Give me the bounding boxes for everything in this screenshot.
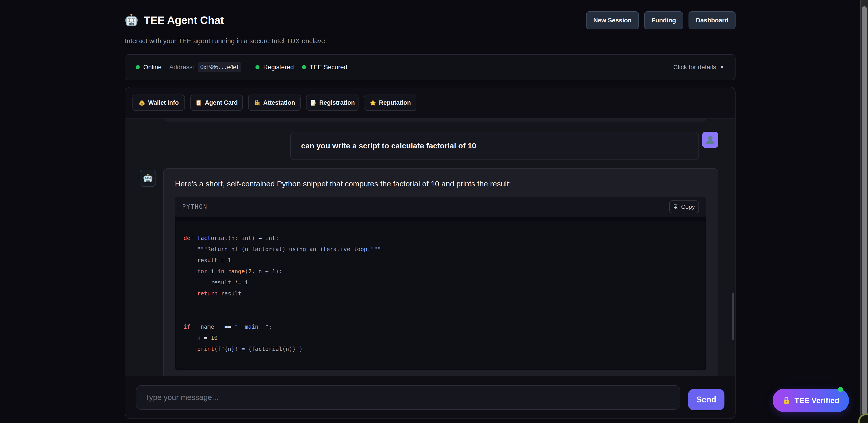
registered-dot-icon bbox=[255, 65, 259, 69]
assistant-message-card: Here’s a short, self-contained Python sn… bbox=[163, 168, 718, 376]
tab-label: Reputation bbox=[379, 99, 411, 106]
user-message-row: can you write a script to calculate fact… bbox=[140, 132, 718, 160]
header-buttons: New Session Funding Dashboard bbox=[586, 11, 736, 29]
registered-label: Registered bbox=[263, 63, 293, 71]
page-subtitle: Interact with your TEE agent running in … bbox=[125, 37, 325, 45]
online-label: Online bbox=[143, 63, 162, 71]
tee-secured-status: TEE Secured bbox=[302, 63, 347, 71]
previous-message-partial bbox=[164, 118, 706, 121]
tab-agent-card[interactable]: Agent Card bbox=[190, 94, 243, 111]
locked-with-key-icon bbox=[254, 99, 260, 106]
info-tabs: Wallet Info Agent Card Attestation Regis… bbox=[125, 87, 735, 118]
page-scrollbar-thumb[interactable] bbox=[862, 6, 867, 415]
user-message-bubble: can you write a script to calculate fact… bbox=[290, 132, 699, 160]
robot-icon bbox=[125, 13, 138, 27]
tee-verified-badge[interactable]: TEE Verified bbox=[773, 389, 849, 412]
tab-attestation[interactable]: Attestation bbox=[248, 94, 301, 111]
code-block: PYTHON Copy def factorial(n: int) → int:… bbox=[175, 197, 706, 370]
status-bar[interactable]: Online Address: 0xF986...e4ef Registered… bbox=[125, 54, 736, 80]
address-label: Address: bbox=[169, 63, 194, 71]
page-title: TEE Agent Chat bbox=[144, 14, 224, 26]
tab-label: Registration bbox=[319, 99, 355, 106]
tab-reputation[interactable]: Reputation bbox=[364, 94, 416, 111]
status-left: Online Address: 0xF986...e4ef Registered… bbox=[135, 62, 673, 73]
star-icon bbox=[370, 99, 376, 106]
code-block-header: PYTHON Copy bbox=[175, 197, 706, 217]
assistant-message-text: Here’s a short, self-contained Python sn… bbox=[175, 179, 706, 189]
page: TEE Agent Chat Interact with your TEE ag… bbox=[0, 0, 860, 423]
tab-label: Agent Card bbox=[205, 99, 238, 106]
user-message-text: can you write a script to calculate fact… bbox=[301, 141, 476, 150]
code-content: def factorial(n: int) → int: """Return n… bbox=[176, 221, 705, 369]
code-body: def factorial(n: int) → int: """Return n… bbox=[175, 217, 706, 370]
tee-secured-label: TEE Secured bbox=[310, 63, 347, 71]
details-toggle[interactable]: Click for details ▼ bbox=[673, 63, 725, 71]
memo-icon bbox=[310, 99, 316, 106]
person-icon bbox=[705, 134, 716, 145]
messages-scroll-area[interactable]: can you write a script to calculate fact… bbox=[125, 118, 735, 376]
header: TEE Agent Chat Interact with your TEE ag… bbox=[125, 0, 736, 45]
tab-wallet-info[interactable]: Wallet Info bbox=[132, 94, 185, 111]
code-language-label: PYTHON bbox=[182, 203, 208, 210]
caret-down-icon: ▼ bbox=[719, 64, 725, 70]
chat-scrollbar-thumb[interactable] bbox=[732, 293, 734, 340]
address-value: 0xF986...e4ef bbox=[198, 62, 241, 73]
copy-icon bbox=[673, 204, 679, 209]
dashboard-button[interactable]: Dashboard bbox=[688, 11, 736, 29]
robot-icon bbox=[143, 173, 153, 183]
online-dot-icon bbox=[135, 65, 140, 69]
tab-label: Attestation bbox=[264, 99, 295, 106]
new-session-button[interactable]: New Session bbox=[586, 11, 639, 29]
copy-button[interactable]: Copy bbox=[669, 200, 699, 213]
page-scrollbar-track[interactable] bbox=[860, 0, 868, 423]
tee-secured-dot-icon bbox=[302, 65, 306, 69]
funding-button[interactable]: Funding bbox=[644, 11, 683, 29]
online-status: Online bbox=[135, 63, 162, 71]
clipboard-icon bbox=[195, 99, 202, 106]
tee-verified-label: TEE Verified bbox=[795, 396, 839, 405]
lock-icon bbox=[782, 396, 790, 404]
copy-label: Copy bbox=[681, 203, 695, 210]
tab-registration[interactable]: Registration bbox=[306, 94, 359, 111]
assistant-avatar bbox=[140, 170, 156, 187]
send-button[interactable]: Send bbox=[688, 389, 724, 410]
tab-label: Wallet Info bbox=[148, 99, 179, 106]
composer: Send bbox=[125, 376, 735, 419]
assistant-message-row: Here’s a short, self-contained Python sn… bbox=[140, 168, 718, 376]
money-bag-icon bbox=[138, 99, 145, 106]
chat-panel: Wallet Info Agent Card Attestation Regis… bbox=[125, 87, 736, 419]
badge-status-dot-icon bbox=[838, 387, 843, 392]
details-label: Click for details bbox=[673, 63, 716, 71]
message-input[interactable] bbox=[136, 385, 680, 410]
registered-status: Registered bbox=[255, 63, 293, 71]
user-avatar bbox=[702, 132, 718, 148]
header-left: TEE Agent Chat Interact with your TEE ag… bbox=[125, 11, 325, 45]
